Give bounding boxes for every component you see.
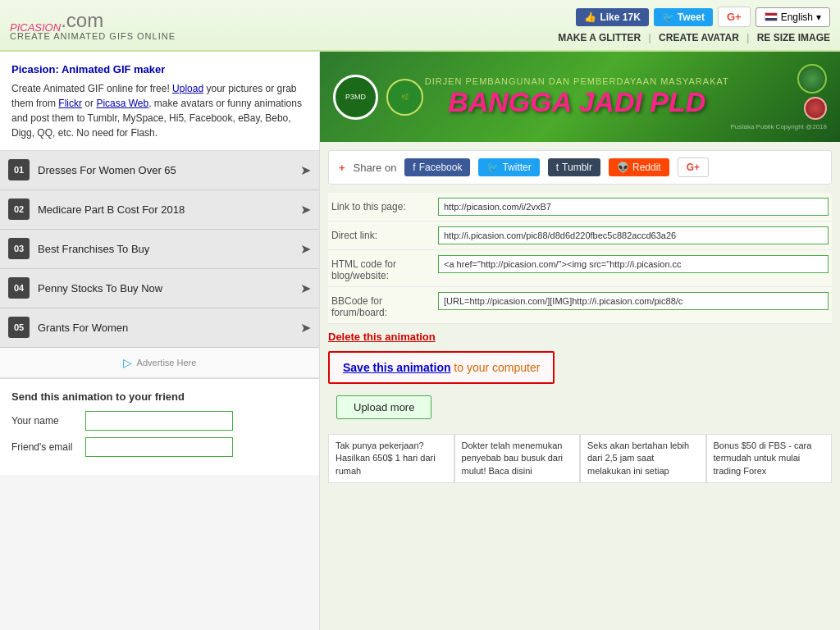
ad-num: 05 xyxy=(8,317,30,338)
facebook-like-button[interactable]: 👍 Like 17K xyxy=(576,8,648,26)
ad-text: Penny Stocks To Buy Now xyxy=(38,282,300,294)
delete-animation-link[interactable]: Delete this animation xyxy=(328,331,436,343)
share-facebook-button[interactable]: f Facebook xyxy=(404,158,470,176)
upload-link[interactable]: Upload xyxy=(172,83,203,94)
ad-text: Medicare Part B Cost For 2018 xyxy=(38,203,300,216)
sidebar-info-title: Picasion: Animated GIF maker xyxy=(11,62,308,78)
ad-text: Grants For Women xyxy=(38,322,300,334)
banner-text-area: DIRJEN PEMBANGUNAN DAN PEMBERDAYAAN MASY… xyxy=(423,76,730,118)
share-on-label: Share on xyxy=(354,162,397,174)
fb-like-label: Like 17K xyxy=(600,11,640,23)
flag-icon xyxy=(765,12,778,21)
header-right: 👍 Like 17K 🐦 Tweet G+ English ▾ MAKE A G… xyxy=(558,7,830,43)
direct-link-label: Direct link: xyxy=(331,226,438,241)
html-code-input[interactable] xyxy=(438,255,829,273)
advertise-label: Advertise Here xyxy=(137,358,197,368)
share-tumblr-label: Tumblr xyxy=(562,162,592,173)
sidebar-info-body: Create Animated GIF online for free! Upl… xyxy=(11,81,308,140)
chevron-down-icon: ▾ xyxy=(816,11,821,23)
sidebar-info: Picasion: Animated GIF maker Create Anim… xyxy=(0,52,319,151)
share-twitter-label: Twitter xyxy=(502,162,531,173)
flickr-link[interactable]: Flickr xyxy=(58,98,82,109)
share-reddit-label: Reddit xyxy=(632,162,661,173)
ad-arrow-icon: ➤ xyxy=(300,202,311,217)
tweet-label: Tweet xyxy=(678,11,705,23)
thumb-icon: 👍 xyxy=(584,11,596,23)
nav-create-avatar[interactable]: CREATE AVATAR xyxy=(659,32,739,43)
share-twitter-button[interactable]: 🐦 Twitter xyxy=(478,158,539,176)
ad-arrow-icon: ➤ xyxy=(300,241,311,257)
direct-link-input[interactable] xyxy=(438,226,829,244)
banner-circle-logo: P3MD xyxy=(333,75,378,120)
ad-arrow-icon: ➤ xyxy=(300,162,311,178)
nav-make-glitter[interactable]: MAKE A GLITTER xyxy=(558,32,641,43)
main-layout: Picasion: Animated GIF maker Create Anim… xyxy=(0,52,840,630)
link-to-page-input[interactable] xyxy=(438,198,829,216)
friends-email-label: Friend's email xyxy=(11,441,85,453)
language-selector[interactable]: English ▾ xyxy=(756,7,830,27)
bbcode-input[interactable] xyxy=(438,292,829,310)
logo-dotcom: .com xyxy=(61,9,103,31)
save-animation-box: Save this animation to your computer xyxy=(328,351,555,384)
your-name-input[interactable] xyxy=(85,411,233,431)
banner-title: BANGGA JADI PLD xyxy=(423,86,730,118)
banner-copyright: Pustaka Publik Copyright @2018 xyxy=(730,123,827,130)
bottom-ad-item[interactable]: Tak punya pekerjaan? Hasilkan 650$ 1 har… xyxy=(328,434,454,483)
tumblr-icon: t xyxy=(556,162,559,173)
ad-item[interactable]: 02 Medicare Part B Cost For 2018 ➤ xyxy=(0,190,319,230)
friends-email-row: Friend's email xyxy=(11,437,308,457)
ad-item[interactable]: 01 Dresses For Women Over 65 ➤ xyxy=(0,151,319,190)
save-animation-link[interactable]: Save this animation xyxy=(343,361,450,374)
your-name-row: Your name xyxy=(11,411,308,431)
banner-right: Pustaka Publik Copyright @2018 xyxy=(730,64,827,130)
nav-resize-image[interactable]: RE SIZE IMAGE xyxy=(757,32,830,43)
logo-subtitle: CREATE ANIMATED GIFS ONLINE xyxy=(10,31,176,41)
ad-item[interactable]: 05 Grants For Women ➤ xyxy=(0,308,319,348)
picasa-link[interactable]: Picasa Web xyxy=(96,98,148,109)
bottom-ad-item[interactable]: Seks akan bertahan lebih dari 2,5 jam sa… xyxy=(580,434,706,483)
banner-circle2-logo: 🌿 xyxy=(386,79,423,116)
tweet-button[interactable]: 🐦 Tweet xyxy=(654,8,713,26)
ad-text: Dresses For Women Over 65 xyxy=(38,164,300,176)
bottom-ad-item[interactable]: Dokter telah menemukan penyebab bau busu… xyxy=(454,434,581,483)
reddit-icon: 👽 xyxy=(617,162,629,173)
ad-num: 02 xyxy=(8,199,30,220)
bottom-ad-item[interactable]: Bonus $50 di FBS - cara termudah untuk m… xyxy=(706,434,833,483)
advertise-icon: ▷ xyxy=(123,356,132,369)
ad-item[interactable]: 04 Penny Stocks To Buy Now ➤ xyxy=(0,269,319,308)
share-gplus-button[interactable]: G+ xyxy=(678,158,709,177)
banner: P3MD 🌿 DIRJEN PEMBANGUNAN DAN PEMBERDAYA… xyxy=(320,52,840,142)
lang-label: English xyxy=(781,11,813,23)
facebook-icon: f xyxy=(413,162,415,173)
bbcode-row: BBCode for forum/board: xyxy=(328,287,832,324)
save-computer-text: to your computer xyxy=(450,361,540,374)
upload-more-button[interactable]: Upload more xyxy=(336,395,431,419)
ad-arrow-icon: ➤ xyxy=(300,281,311,296)
nav-links: MAKE A GLITTER | CREATE AVATAR | RE SIZE… xyxy=(558,32,830,43)
share-plus-icon: + xyxy=(339,162,345,174)
banner-logo-area: P3MD 🌿 xyxy=(333,75,423,120)
banner-badge2 xyxy=(804,97,827,120)
links-table: Link to this page: Direct link: HTML cod… xyxy=(328,193,832,324)
ad-text: Best Franchises To Buy xyxy=(38,243,300,255)
html-code-row: HTML code for blog/website: xyxy=(328,250,832,287)
share-tumblr-button[interactable]: t Tumblr xyxy=(548,158,600,176)
send-form-title: Send this animation to your friend xyxy=(11,390,308,403)
twitter-icon: 🐦 xyxy=(486,162,499,173)
friends-email-input[interactable] xyxy=(85,437,233,457)
header: PICASION.com CREATE ANIMATED GIFS ONLINE… xyxy=(0,0,840,52)
ad-num: 01 xyxy=(8,159,30,180)
share-bar: + Share on f Facebook 🐦 Twitter t Tumblr… xyxy=(328,150,832,185)
link-to-page-label: Link to this page: xyxy=(331,198,438,212)
gplus-button[interactable]: G+ xyxy=(718,7,751,27)
your-name-label: Your name xyxy=(11,415,85,427)
banner-badge xyxy=(797,64,827,94)
logo-area: PICASION.com CREATE ANIMATED GIFS ONLINE xyxy=(10,9,176,40)
banner-subtitle: DIRJEN PEMBANGUNAN DAN PEMBERDAYAAN MASY… xyxy=(423,76,730,86)
ad-item[interactable]: 03 Best Franchises To Buy ➤ xyxy=(0,230,319,269)
bottom-ads: Tak punya pekerjaan? Hasilkan 650$ 1 har… xyxy=(328,434,832,483)
social-buttons: 👍 Like 17K 🐦 Tweet G+ English ▾ xyxy=(576,7,830,27)
direct-link-row: Direct link: xyxy=(328,221,832,250)
bird-icon: 🐦 xyxy=(662,11,674,23)
share-reddit-button[interactable]: 👽 Reddit xyxy=(609,158,669,176)
